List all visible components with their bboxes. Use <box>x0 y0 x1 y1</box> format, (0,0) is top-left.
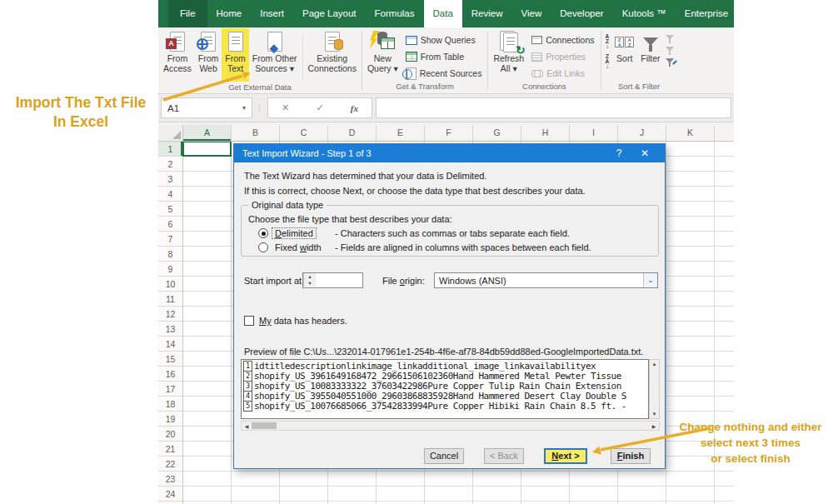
existing-connections-button[interactable]: Existing Connections <box>305 28 360 82</box>
select-all-corner[interactable] <box>158 125 183 141</box>
tab-page-layout[interactable]: Page Layout <box>293 0 366 27</box>
tab-file[interactable]: File <box>168 0 207 27</box>
row-header[interactable]: 8 <box>158 247 182 262</box>
help-icon[interactable]: ? <box>605 147 633 159</box>
tab-insert[interactable]: Insert <box>251 0 293 27</box>
sort-za-button[interactable]: ZA↓ <box>603 52 612 72</box>
recent-sources-icon <box>406 67 417 80</box>
from-web-button[interactable]: From Web <box>195 28 222 82</box>
recent-sources-button[interactable]: Recent Sources <box>402 65 486 82</box>
row-header[interactable]: 5 <box>158 202 182 217</box>
preview-vertical-scrollbar[interactable]: ▲ ▼ <box>649 359 660 419</box>
file-preview-box[interactable]: 1 idtitledescriptionlinkimage_linkadditi… <box>241 359 649 419</box>
row-header[interactable]: 7 <box>158 232 182 247</box>
selected-cell-a1[interactable] <box>182 142 232 157</box>
cancel-entry-icon[interactable]: ✕ <box>282 102 289 113</box>
row-header[interactable]: 15 <box>158 352 182 367</box>
tab-review[interactable]: Review <box>462 0 512 27</box>
show-queries-button[interactable]: Show Queries <box>402 32 486 48</box>
fixed-width-label[interactable]: Fixed width <box>272 242 324 252</box>
new-query-button[interactable]: New Query ▾ <box>364 28 402 82</box>
from-other-sources-button[interactable]: ◆ From Other Sources ▾ <box>249 28 301 82</box>
reapply-filter-icon[interactable] <box>666 47 674 52</box>
next-button[interactable]: Next > <box>544 448 587 464</box>
from-table-button[interactable]: From Table <box>402 48 486 65</box>
delimited-label[interactable]: Delimited <box>272 228 316 238</box>
connections-button[interactable]: Connections <box>527 32 598 48</box>
dialog-title-bar[interactable]: Text Import Wizard - Step 1 of 3 ? ✕ <box>234 144 665 162</box>
tab-data[interactable]: Data <box>424 0 462 27</box>
column-header[interactable]: B <box>232 125 280 141</box>
row-header[interactable]: 6 <box>158 217 182 232</box>
row-header[interactable]: 21 <box>158 442 182 457</box>
column-header[interactable]: A <box>183 125 232 141</box>
enter-entry-icon[interactable]: ✓ <box>316 102 323 113</box>
row-header[interactable]: 18 <box>158 397 182 412</box>
row-header[interactable]: 2 <box>158 157 182 172</box>
filter-button[interactable]: Filter <box>637 28 663 82</box>
row-header[interactable]: 10 <box>158 277 182 292</box>
tab-developer[interactable]: Developer <box>551 0 612 27</box>
finish-button[interactable]: Finish <box>611 448 651 464</box>
row-header[interactable]: 11 <box>158 292 182 307</box>
row-header[interactable]: 16 <box>158 367 182 382</box>
fixed-width-radio[interactable] <box>258 242 268 252</box>
column-header[interactable]: J <box>618 125 666 141</box>
refresh-all-button[interactable]: ↻ Refresh All ▾ <box>490 28 527 82</box>
column-header[interactable]: K <box>666 125 715 141</box>
column-header[interactable]: G <box>473 125 521 141</box>
column-header[interactable]: C <box>280 125 328 141</box>
row-header[interactable]: 24 <box>158 487 182 502</box>
scroll-down-icon[interactable]: ▼ <box>650 410 659 418</box>
row-header[interactable]: 1 <box>158 142 182 157</box>
back-button[interactable]: < Back <box>484 448 524 464</box>
row-header[interactable]: 23 <box>158 472 182 487</box>
from-text-button[interactable]: From Text <box>222 28 249 82</box>
column-header[interactable]: H <box>521 125 570 141</box>
tab-formulas[interactable]: Formulas <box>366 0 424 27</box>
properties-button[interactable]: Properties <box>527 48 598 65</box>
clear-filter-icon[interactable] <box>666 35 674 40</box>
formula-input[interactable] <box>376 97 731 118</box>
name-box-caret-icon[interactable]: ▾ <box>242 104 246 112</box>
scrollbar-thumb[interactable] <box>252 422 277 429</box>
headers-checkbox-label[interactable]: My data has headers. <box>259 316 347 326</box>
name-box[interactable]: A1 ▾ <box>161 97 252 118</box>
from-access-button[interactable]: A From Access <box>160 28 195 82</box>
row-header[interactable]: 3 <box>158 172 182 187</box>
column-header[interactable]: E <box>377 125 425 141</box>
advanced-filter-icon[interactable] <box>666 58 674 63</box>
formula-bar-grip[interactable]: ⋮ <box>256 104 264 112</box>
row-header[interactable]: 4 <box>158 187 182 202</box>
column-header[interactable]: D <box>328 125 377 141</box>
insert-function-icon[interactable]: fx <box>351 103 358 113</box>
row-header[interactable]: 17 <box>158 382 182 397</box>
tab-enterprise[interactable]: Enterprise <box>676 0 737 27</box>
edit-links-button[interactable]: Edit Links <box>527 65 598 82</box>
chevron-down-icon[interactable]: ⌄ <box>643 273 657 287</box>
row-header[interactable]: 20 <box>158 427 182 442</box>
start-row-spinner[interactable]: 1 ▲▼ <box>302 272 363 288</box>
preview-horizontal-scrollbar[interactable]: ◀ ▶ <box>241 421 660 431</box>
delimited-radio[interactable] <box>258 228 268 238</box>
cancel-button[interactable]: Cancel <box>424 448 464 464</box>
row-header[interactable]: 22 <box>158 457 182 472</box>
file-origin-select[interactable]: Windows (ANSI) ⌄ <box>434 272 658 288</box>
tab-home[interactable]: Home <box>207 0 252 27</box>
sort-az-button[interactable]: AZ↓ <box>603 32 612 52</box>
scroll-left-icon[interactable]: ◀ <box>242 423 252 429</box>
scroll-up-icon[interactable]: ▲ <box>650 360 659 368</box>
scroll-right-icon[interactable]: ▶ <box>649 423 659 429</box>
tab-view[interactable]: View <box>512 0 551 27</box>
tab-kutools[interactable]: Kutools ™ <box>613 0 676 27</box>
row-header[interactable]: 12 <box>158 307 182 322</box>
my-data-has-headers-checkbox[interactable] <box>244 316 254 326</box>
sort-button[interactable]: ZAAZ Sort <box>611 28 637 82</box>
row-header[interactable]: 9 <box>158 262 182 277</box>
column-header[interactable]: F <box>425 125 473 141</box>
row-header[interactable]: 13 <box>158 322 182 337</box>
row-header[interactable]: 14 <box>158 337 182 352</box>
close-icon[interactable]: ✕ <box>633 147 656 159</box>
row-header[interactable]: 19 <box>158 412 182 427</box>
column-header[interactable]: I <box>570 125 618 141</box>
